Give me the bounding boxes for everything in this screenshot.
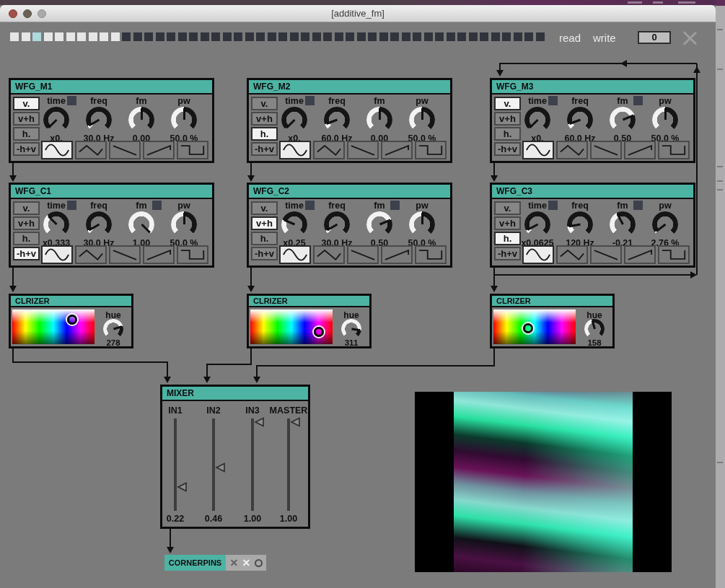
preset-square[interactable] — [55, 32, 63, 41]
fm-knob[interactable] — [610, 107, 636, 133]
wave-sine-button[interactable] — [41, 141, 73, 159]
close-icon[interactable]: ✕ — [229, 555, 238, 571]
wave-saw-down-button[interactable] — [347, 141, 379, 159]
preset-square[interactable] — [144, 32, 153, 41]
preset-square[interactable] — [223, 32, 232, 41]
preset-square[interactable] — [111, 32, 120, 41]
color-picker-marker[interactable] — [523, 323, 533, 333]
preset-square[interactable] — [122, 32, 131, 41]
mode-button-h+v[interactable]: -h+v — [251, 142, 278, 156]
mode-button-v+h[interactable]: v+h — [251, 112, 278, 126]
preset-square[interactable] — [524, 32, 533, 41]
write-button[interactable]: write — [593, 32, 616, 44]
fm-knob[interactable] — [128, 211, 154, 237]
preset-square[interactable] — [514, 32, 522, 41]
preset-square[interactable] — [89, 32, 97, 41]
wave-triangle-button[interactable] — [556, 245, 588, 264]
pw-knob[interactable] — [652, 107, 678, 133]
preset-square[interactable] — [469, 32, 478, 41]
time-knob[interactable] — [281, 211, 307, 237]
slider-track[interactable] — [251, 418, 254, 511]
mode-button-h+v[interactable]: -h+v — [494, 247, 521, 260]
hue-knob[interactable] — [341, 319, 361, 339]
preset-square[interactable] — [368, 32, 377, 41]
wave-square-button[interactable] — [415, 141, 447, 159]
hue-saturation-swatch[interactable] — [493, 310, 576, 344]
fm-knob[interactable] — [366, 107, 392, 133]
mode-button-v+h[interactable]: v+h — [251, 216, 278, 230]
preset-square[interactable] — [211, 32, 220, 41]
freq-knob[interactable] — [567, 107, 593, 133]
hue-knob[interactable] — [584, 319, 605, 339]
preset-square[interactable] — [301, 32, 309, 41]
hue-knob[interactable] — [103, 319, 123, 339]
preset-square[interactable] — [245, 32, 254, 41]
wave-sine-button[interactable] — [279, 141, 311, 159]
wave-saw-up-button[interactable] — [381, 141, 413, 159]
slider-handle[interactable] — [290, 417, 301, 427]
wave-sine-button[interactable] — [41, 245, 73, 264]
preset-square[interactable] — [323, 32, 332, 41]
wave-saw-down-button[interactable] — [347, 245, 379, 264]
preset-square[interactable] — [290, 32, 299, 41]
preset-square[interactable] — [234, 32, 242, 41]
preset-square[interactable] — [201, 32, 209, 41]
pw-knob[interactable] — [171, 107, 197, 133]
wave-saw-down-button[interactable] — [590, 245, 622, 264]
preset-square[interactable] — [44, 32, 53, 41]
preset-square[interactable] — [167, 32, 175, 41]
mode-button-v+h[interactable]: v+h — [494, 216, 521, 230]
pw-knob[interactable] — [652, 211, 678, 237]
preset-square[interactable] — [133, 32, 142, 41]
wave-saw-up-button[interactable] — [143, 141, 175, 159]
preset-square[interactable] — [357, 32, 366, 41]
wave-triangle-button[interactable] — [75, 141, 107, 159]
preset-square[interactable] — [390, 32, 399, 41]
slider-handle[interactable] — [254, 417, 265, 427]
wave-sine-button[interactable] — [279, 245, 311, 264]
read-button[interactable]: read — [559, 32, 581, 44]
slider-handle[interactable] — [215, 462, 226, 473]
time-knob[interactable] — [43, 107, 69, 133]
freq-knob[interactable] — [567, 211, 593, 237]
mode-button-h+v[interactable]: -h+v — [251, 247, 278, 260]
fm-knob[interactable] — [366, 211, 392, 237]
wave-saw-up-button[interactable] — [624, 141, 656, 159]
pw-knob[interactable] — [171, 211, 197, 237]
wave-square-button[interactable] — [177, 245, 208, 264]
wave-saw-down-button[interactable] — [109, 141, 141, 159]
close-icon[interactable]: ✕ — [242, 555, 250, 571]
preset-square[interactable] — [66, 32, 75, 41]
time-knob[interactable] — [524, 211, 550, 237]
time-knob[interactable] — [524, 107, 550, 133]
preset-square[interactable] — [413, 32, 421, 41]
preset-square[interactable] — [22, 32, 30, 41]
wave-square-button[interactable] — [658, 245, 690, 264]
freq-knob[interactable] — [324, 107, 350, 133]
wave-triangle-button[interactable] — [75, 245, 107, 264]
freq-knob[interactable] — [86, 107, 112, 133]
preset-square[interactable] — [312, 32, 321, 41]
preset-square[interactable] — [335, 32, 343, 41]
preset-square[interactable] — [502, 32, 511, 41]
preset-square[interactable] — [447, 32, 455, 41]
preset-square[interactable] — [100, 32, 108, 41]
preset-square[interactable] — [379, 32, 388, 41]
mode-button-h+v[interactable]: -h+v — [494, 142, 521, 156]
mode-button-h+v[interactable]: -h+v — [13, 247, 40, 260]
mode-button-h+v[interactable]: -h+v — [13, 142, 40, 156]
wave-sine-button[interactable] — [522, 141, 554, 159]
preset-number-box[interactable]: 0 — [638, 31, 671, 44]
circle-icon[interactable] — [255, 559, 263, 567]
wave-saw-up-button[interactable] — [381, 245, 413, 264]
preset-square[interactable] — [491, 32, 500, 41]
wave-square-button[interactable] — [177, 141, 208, 159]
preset-square[interactable] — [268, 32, 276, 41]
wave-triangle-button[interactable] — [313, 245, 345, 264]
preset-square[interactable] — [480, 32, 488, 41]
freq-knob[interactable] — [324, 211, 350, 237]
clear-preset-icon[interactable] — [682, 30, 698, 46]
slider-handle[interactable] — [177, 482, 188, 492]
title-bar[interactable]: [additive_fm] — [0, 5, 716, 22]
mode-button-v+h[interactable]: v+h — [494, 112, 521, 126]
